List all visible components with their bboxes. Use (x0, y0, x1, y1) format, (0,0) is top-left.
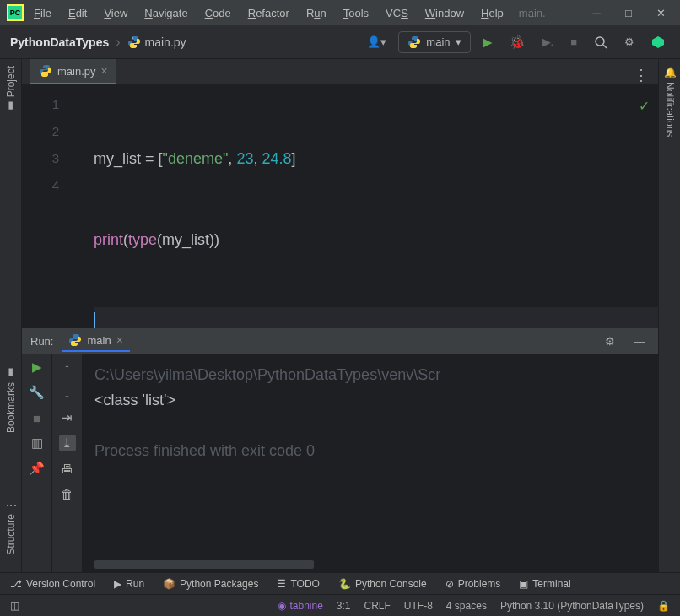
run-tab-close-icon[interactable]: × (116, 333, 123, 347)
tabnine-status[interactable]: ◉tabnine (278, 600, 322, 612)
python-file-icon (39, 64, 52, 78)
interpreter[interactable]: Python 3.10 (PythonDataTypes) (500, 600, 644, 612)
user-icon[interactable]: 👤▾ (362, 32, 391, 51)
run-panel-header: Run: main × ⚙ — (22, 328, 658, 354)
up-arrow-icon[interactable]: ↑ (59, 359, 76, 376)
menu-view[interactable]: View (97, 3, 134, 23)
bottom-tool-bar: ⎇Version Control ▶Run 📦Python Packages ☰… (0, 572, 680, 594)
minimize-button[interactable]: ─ (591, 7, 602, 19)
line-number: 3 (22, 145, 59, 172)
run-tab-label: main (87, 334, 111, 347)
line-separator[interactable]: CRLF (364, 600, 391, 612)
maximize-button[interactable]: □ (623, 7, 634, 19)
list-icon: ☰ (277, 578, 286, 590)
status-bar: ◫ ◉tabnine 3:1 CRLF UTF-8 4 spaces Pytho… (0, 594, 680, 616)
menu-window[interactable]: Window (418, 3, 471, 23)
structure-icon: ⋮ (5, 500, 17, 511)
tool-window-quick-access-icon[interactable]: ◫ (10, 600, 19, 612)
python-packages-button[interactable]: 📦Python Packages (163, 578, 258, 590)
problems-button[interactable]: ⊘Problems (445, 578, 501, 590)
rerun-button[interactable]: ▶ (29, 359, 46, 376)
right-tool-rail: 🔔 Notifications (658, 59, 680, 572)
menu-run[interactable]: Run (300, 3, 333, 23)
bell-icon: 🔔 (664, 66, 676, 78)
menu-refactor[interactable]: Refactor (241, 3, 296, 23)
tabnine-icon: ◉ (278, 600, 286, 612)
caret-position[interactable]: 3:1 (337, 600, 351, 612)
menu-edit[interactable]: Edit (62, 3, 94, 23)
terminal-icon: ▣ (519, 578, 528, 590)
run-button[interactable]: ▶ (478, 31, 498, 53)
python-console-button[interactable]: 🐍Python Console (338, 578, 427, 590)
stop-icon[interactable]: ■ (29, 409, 46, 426)
breadcrumb-project[interactable]: PythonDataTypes (10, 35, 109, 49)
python-icon (68, 333, 82, 347)
menu-file[interactable]: File (27, 3, 58, 23)
print-icon[interactable]: 🖶 (59, 460, 76, 477)
text-cursor (94, 312, 95, 328)
folder-icon: ▮ (5, 100, 17, 112)
clear-icon[interactable]: 🗑 (59, 485, 76, 502)
wrench-icon[interactable]: 🔧 (29, 384, 46, 401)
chevron-down-icon: ▾ (456, 35, 461, 48)
structure-label: Structure (5, 514, 17, 555)
close-button[interactable]: ✕ (655, 7, 667, 19)
menu-code[interactable]: Code (198, 3, 238, 23)
title-suffix: main. (519, 7, 546, 19)
code-editor[interactable]: 1 2 3 4 my_list = ["deneme", 23, 24.8] p… (22, 84, 658, 328)
play-icon: ▶ (114, 578, 121, 590)
tab-close-icon[interactable]: × (101, 64, 108, 78)
project-tool-button[interactable]: ▮ Project (5, 66, 17, 112)
svg-point-0 (132, 37, 132, 38)
indent-setting[interactable]: 4 spaces (446, 600, 487, 612)
stop-button[interactable]: ■ (565, 32, 582, 51)
run-tab-main[interactable]: main × (62, 330, 129, 352)
python-icon: 🐍 (338, 578, 351, 590)
run-config-label: main (426, 35, 450, 48)
breadcrumb-file[interactable]: main.py (127, 35, 186, 49)
console-result: <class 'list'> (94, 387, 646, 413)
code-area[interactable]: my_list = ["deneme", 23, 24.8] print(typ… (73, 84, 658, 328)
run-config-selector[interactable]: main ▾ (398, 31, 470, 53)
run-mid-toolbar: ↑ ↓ ⇥ ⤓ 🖶 🗑 (52, 354, 83, 572)
menu-tools[interactable]: Tools (337, 3, 375, 23)
warning-icon: ⊘ (445, 578, 454, 590)
run-settings-icon[interactable]: ⚙ (600, 332, 620, 351)
svg-line-3 (603, 45, 607, 48)
file-encoding[interactable]: UTF-8 (404, 600, 433, 612)
breadcrumb-separator: › (116, 35, 120, 50)
menu-navigate[interactable]: Navigate (138, 3, 194, 23)
hide-panel-icon[interactable]: — (629, 332, 650, 351)
structure-tool-button[interactable]: Structure ⋮ (5, 500, 17, 555)
packages-icon: 📦 (163, 578, 175, 590)
debug-button[interactable]: 🐞 (505, 31, 531, 53)
console-output[interactable]: C:\Users\yilma\Desktop\PythonDataTypes\v… (83, 354, 658, 572)
code-with-me-icon[interactable] (646, 32, 670, 52)
horizontal-scrollbar[interactable] (94, 560, 314, 569)
soft-wrap-icon[interactable]: ⇥ (59, 409, 76, 426)
todo-button[interactable]: ☰TODO (277, 578, 319, 590)
run-coverage-button[interactable]: ▶. (537, 32, 559, 51)
lock-icon[interactable]: 🔒 (657, 600, 670, 612)
console-exit: Process finished with exit code 0 (94, 438, 646, 463)
settings-icon[interactable]: ⚙ (619, 32, 640, 51)
version-control-button[interactable]: ⎇Version Control (10, 578, 95, 590)
terminal-button[interactable]: ▣Terminal (519, 578, 570, 590)
scroll-to-end-icon[interactable]: ⤓ (59, 435, 76, 451)
inspection-ok-icon[interactable]: ✓ (639, 93, 650, 120)
notifications-tool-button[interactable]: 🔔 Notifications (664, 66, 676, 137)
run-tool-button[interactable]: ▶Run (114, 578, 144, 590)
breadcrumb-file-label: main.py (145, 35, 186, 49)
layout-icon[interactable]: ▥ (29, 435, 46, 451)
bookmarks-tool-button[interactable]: Bookmarks ▮ (5, 367, 17, 433)
editor-tab-main[interactable]: main.py × (30, 59, 116, 84)
pin-icon[interactable]: 📌 (29, 460, 46, 477)
menu-help[interactable]: Help (474, 3, 510, 23)
line-gutter: 1 2 3 4 (22, 84, 73, 328)
search-icon[interactable] (589, 32, 613, 52)
menu-vcs[interactable]: VCS (379, 3, 415, 23)
tabs-more-icon[interactable]: ⋮ (634, 66, 650, 84)
bookmarks-label: Bookmarks (5, 382, 17, 433)
pycharm-logo-icon: PC (7, 4, 24, 21)
down-arrow-icon[interactable]: ↓ (59, 384, 76, 401)
